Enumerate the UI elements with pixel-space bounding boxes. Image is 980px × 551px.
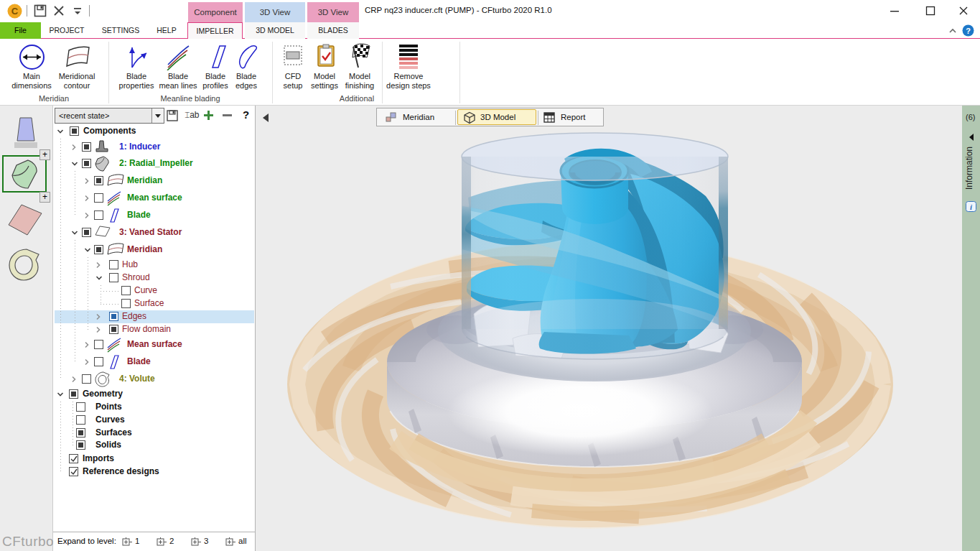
svg-text:C: C	[11, 6, 19, 17]
svg-text:?: ?	[966, 27, 971, 35]
